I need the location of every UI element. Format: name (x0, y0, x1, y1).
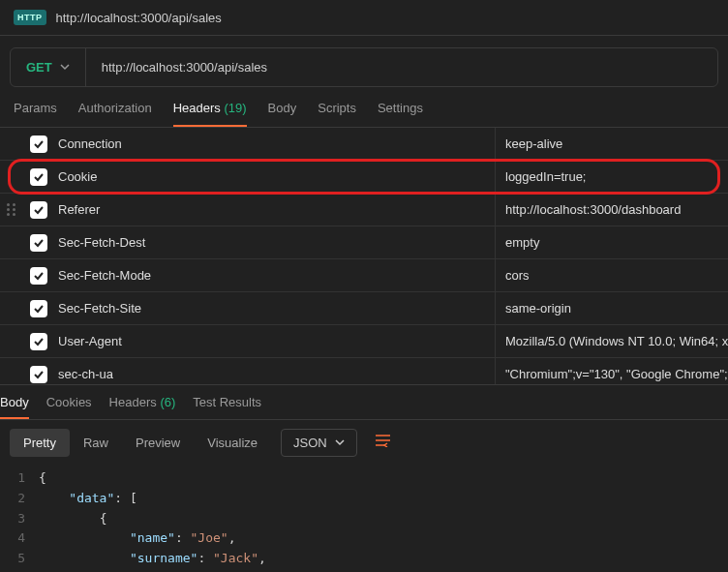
header-value[interactable]: empty (496, 235, 728, 250)
header-value[interactable]: cors (496, 268, 728, 283)
header-row[interactable]: Sec-Fetch-Modecors (0, 259, 728, 292)
response-tab-test-results[interactable]: Test Results (193, 395, 261, 419)
header-key[interactable]: Connection (54, 128, 496, 160)
response-tabs: Body Cookies Headers (6) Test Results (0, 384, 728, 420)
header-value[interactable]: keep-alive (496, 136, 728, 151)
chevron-down-icon (335, 436, 345, 450)
view-visualize-button[interactable]: Visualize (194, 429, 271, 457)
line-number: 4 (0, 528, 39, 549)
header-value[interactable]: same-origin (496, 301, 728, 316)
code-content: "name": "Joe", (39, 528, 236, 549)
header-key[interactable]: Sec-Fetch-Dest (54, 226, 496, 258)
header-key[interactable]: User-Agent (54, 325, 496, 357)
header-row[interactable]: Refererhttp://localhost:3000/dashboard (0, 194, 728, 226)
tab-params[interactable]: Params (14, 101, 57, 127)
header-row[interactable]: User-AgentMozilla/5.0 (Windows NT 10.0; … (0, 325, 728, 358)
header-row[interactable]: sec-ch-ua"Chromium";v="130", "Google Chr… (0, 358, 728, 384)
line-number: 5 (0, 549, 39, 569)
chevron-down-icon (60, 62, 70, 74)
code-content: { (39, 468, 46, 489)
tab-title[interactable]: http://localhost:3000/api/sales (56, 11, 222, 25)
response-tab-headers-label: Headers (109, 395, 157, 409)
headers-table: Connectionkeep-aliveCookieloggedIn=true;… (0, 128, 728, 384)
header-value[interactable]: "Chromium";v="130", "Google Chrome";v (496, 367, 728, 381)
response-tab-headers[interactable]: Headers (6) (109, 395, 176, 419)
line-number: 1 (0, 468, 39, 489)
header-key[interactable]: sec-ch-ua (54, 358, 496, 384)
request-url-bar: GET http://localhost:3000/api/sales (10, 47, 718, 87)
http-method-icon: HTTP (14, 10, 46, 25)
header-row[interactable]: Sec-Fetch-Destempty (0, 226, 728, 259)
header-enabled-checkbox[interactable] (23, 366, 54, 383)
tab-body[interactable]: Body (268, 101, 297, 127)
header-enabled-checkbox[interactable] (23, 333, 54, 350)
code-content: "surname": "Jack", (39, 549, 266, 569)
code-line: 2 "data": [ (0, 489, 728, 509)
line-number: 2 (0, 489, 39, 509)
view-preview-button[interactable]: Preview (122, 429, 194, 457)
request-url-input[interactable]: http://localhost:3000/api/sales (86, 48, 717, 86)
response-body-code[interactable]: 1{2 "data": [3 {4 "name": "Joe",5 "surna… (0, 465, 728, 572)
header-key[interactable]: Cookie (54, 161, 496, 193)
tab-settings[interactable]: Settings (378, 101, 423, 127)
tab-headers-label: Headers (173, 101, 221, 115)
tab-authorization[interactable]: Authorization (78, 101, 152, 127)
code-content: "data": [ (39, 489, 137, 509)
response-tab-headers-count: (6) (160, 395, 175, 409)
header-value[interactable]: http://localhost:3000/dashboard (496, 202, 728, 217)
tab-headers[interactable]: Headers (19) (173, 101, 247, 127)
code-line: 4 "name": "Joe", (0, 528, 728, 549)
http-method-label: GET (26, 60, 52, 75)
header-row[interactable]: Connectionkeep-alive (0, 128, 728, 161)
wrap-lines-icon[interactable] (369, 428, 398, 457)
response-format-select[interactable]: JSON (281, 429, 357, 457)
response-tab-cookies[interactable]: Cookies (46, 395, 92, 419)
header-key[interactable]: Referer (54, 194, 496, 226)
view-raw-button[interactable]: Raw (70, 429, 122, 457)
header-enabled-checkbox[interactable] (23, 234, 54, 252)
tab-scripts[interactable]: Scripts (318, 101, 356, 127)
request-tabs: Params Authorization Headers (19) Body S… (0, 87, 728, 128)
header-enabled-checkbox[interactable] (23, 300, 54, 317)
code-line: 5 "surname": "Jack", (0, 549, 728, 569)
tab-headers-count: (19) (224, 101, 246, 115)
header-enabled-checkbox[interactable] (23, 267, 54, 285)
http-method-select[interactable]: GET (11, 48, 86, 86)
header-enabled-checkbox[interactable] (23, 168, 54, 186)
response-tab-body[interactable]: Body (0, 395, 29, 419)
header-value[interactable]: loggedIn=true; (496, 169, 728, 184)
tab-bar: HTTP http://localhost:3000/api/sales (0, 0, 728, 36)
header-value[interactable]: Mozilla/5.0 (Windows NT 10.0; Win64; x6 (496, 334, 728, 348)
header-key[interactable]: Sec-Fetch-Site (54, 292, 496, 324)
code-line: 1{ (0, 468, 728, 489)
header-row[interactable]: CookieloggedIn=true; (0, 161, 728, 194)
drag-handle-icon[interactable] (0, 203, 23, 216)
code-content: { (39, 509, 106, 529)
header-row[interactable]: Sec-Fetch-Sitesame-origin (0, 292, 728, 325)
header-key[interactable]: Sec-Fetch-Mode (54, 259, 496, 291)
line-number: 3 (0, 509, 39, 529)
view-pretty-button[interactable]: Pretty (10, 429, 70, 457)
response-format-label: JSON (293, 436, 327, 450)
response-view-toolbar: Pretty Raw Preview Visualize JSON (0, 420, 728, 465)
header-enabled-checkbox[interactable] (23, 201, 54, 219)
code-line: 3 { (0, 509, 728, 529)
header-enabled-checkbox[interactable] (23, 135, 54, 153)
